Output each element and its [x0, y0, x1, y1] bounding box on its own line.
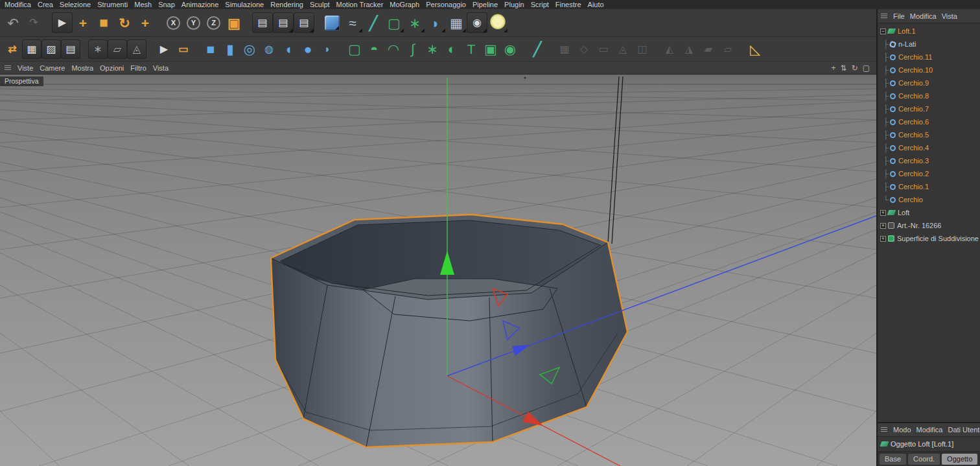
oil-tank-primitive-button[interactable]: ◗: [318, 40, 337, 59]
tree-row-loft-1[interactable]: −Loft.1: [878, 25, 980, 38]
render-settings-button[interactable]: ▤: [294, 12, 314, 33]
viewport-menu-filtro[interactable]: Filtro: [127, 64, 149, 73]
x-axis-lock-button[interactable]: X: [167, 16, 180, 30]
menu-modifica[interactable]: Modifica: [1, 0, 34, 9]
sweep-generator-button[interactable]: ◠: [384, 40, 403, 59]
menu-pipeline[interactable]: Pipeline: [469, 0, 501, 9]
add-cube-primitive-button[interactable]: [325, 16, 340, 30]
tree-row-cerchio-9[interactable]: ├Cerchio.9: [878, 76, 980, 89]
edges-mode-button[interactable]: ▱: [108, 40, 127, 59]
text-object-button[interactable]: T: [461, 40, 481, 59]
add-spline-pen-button[interactable]: ≈: [342, 12, 363, 33]
tab-coord[interactable]: Coord.: [908, 454, 940, 465]
attribute-menu-modo[interactable]: Modo: [891, 425, 914, 434]
metaball-object-button[interactable]: ◉: [500, 40, 520, 59]
tree-row-n-lati[interactable]: ├n-Lati: [878, 38, 980, 51]
cylinder-primitive-button[interactable]: ▮: [220, 40, 240, 59]
expand-toggle[interactable]: −: [880, 29, 886, 34]
boole-object-button[interactable]: ◐: [442, 40, 461, 59]
snap-tool-4-button[interactable]: ▱: [718, 40, 738, 59]
lathe-generator-button[interactable]: ◓: [364, 40, 384, 59]
mesh-tool-3-button[interactable]: ▭: [594, 40, 613, 59]
sphere-primitive-button[interactable]: ●: [298, 40, 318, 59]
tree-row-cerchio-10[interactable]: ├Cerchio.10: [878, 64, 980, 76]
menu-motion-tracker[interactable]: Motion Tracker: [333, 0, 387, 9]
viewport-canvas[interactable]: [0, 75, 876, 466]
tree-row-art-nr-16266[interactable]: +Art.-Nr. 16266: [878, 219, 980, 232]
menu-strumenti[interactable]: Strumenti: [94, 0, 131, 9]
tree-row-cerchio[interactable]: └Cerchio: [878, 193, 980, 206]
points-mode-button[interactable]: ∗: [88, 40, 108, 59]
atom-array-button[interactable]: ∗: [423, 40, 442, 59]
expand-toggle[interactable]: +: [880, 210, 886, 216]
viewport-menu-grip-icon[interactable]: [5, 65, 11, 71]
snap-tool-1-button[interactable]: ◭: [660, 40, 679, 59]
tree-row-cerchio-3[interactable]: ├Cerchio.3: [878, 154, 980, 167]
object-manager-grip-icon[interactable]: [881, 14, 887, 19]
orbit-view-icon[interactable]: ↻: [852, 64, 858, 72]
expand-toggle[interactable]: +: [880, 236, 886, 242]
loft-object[interactable]: [271, 215, 627, 447]
menu-aiuto[interactable]: Aiuto: [585, 0, 607, 9]
tree-row-cerchio-2[interactable]: ├Cerchio.2: [878, 167, 980, 180]
scale-tool-button[interactable]: ◼: [93, 12, 114, 33]
add-deformer-button[interactable]: ◗: [425, 12, 446, 33]
tree-row-cerchio-4[interactable]: ├Cerchio.4: [878, 141, 980, 154]
tree-row-cerchio-11[interactable]: ├Cerchio.11: [878, 51, 980, 64]
menu-crea[interactable]: Crea: [34, 0, 56, 9]
tube-primitive-button[interactable]: ◎: [240, 40, 259, 59]
active-tool-move-button[interactable]: +: [135, 12, 156, 33]
mesh-tool-4-button[interactable]: ◬: [613, 40, 633, 59]
menu-snap[interactable]: Snap: [155, 0, 178, 9]
menu-animazione[interactable]: Animazione: [178, 0, 222, 9]
tree-row-cerchio-6[interactable]: ├Cerchio.6: [878, 115, 980, 128]
make-editable-button[interactable]: ⇄: [3, 40, 22, 59]
add-array-generator-button[interactable]: ∗: [404, 12, 425, 33]
tab-oggetto[interactable]: Oggetto: [942, 454, 977, 465]
attribute-manager-grip-icon[interactable]: [881, 427, 887, 432]
model-mode-button[interactable]: ▦: [22, 40, 41, 59]
undo-button[interactable]: ↶: [3, 12, 23, 33]
tree-row-cerchio-5[interactable]: ├Cerchio.5: [878, 128, 980, 141]
polygons-mode-button[interactable]: ◬: [127, 40, 146, 59]
attribute-menu-dati-utente[interactable]: Dati Utente: [946, 425, 980, 434]
viewport-menu-mostra[interactable]: Mostra: [68, 64, 97, 73]
instance-object-button[interactable]: ▣: [481, 40, 500, 59]
pan-view-icon[interactable]: +: [832, 64, 836, 72]
menu-rendering[interactable]: Rendering: [267, 0, 307, 9]
torus-primitive-button[interactable]: ◖: [279, 40, 298, 59]
cube-primitive-button[interactable]: ■: [201, 40, 220, 59]
mesh-tool-5-button[interactable]: ◫: [633, 40, 652, 59]
tree-row-cerchio-7[interactable]: ├Cerchio.7: [878, 102, 980, 115]
menu-script[interactable]: Script: [528, 0, 552, 9]
add-subdivision-surface-button[interactable]: ▢: [384, 12, 404, 33]
menu-finestre[interactable]: Finestre: [552, 0, 585, 9]
viewport-menu-viste[interactable]: Viste: [14, 64, 36, 73]
menu-simulazione[interactable]: Simulazione: [222, 0, 267, 9]
zoom-view-icon[interactable]: ⇅: [841, 64, 847, 72]
bezier-generator-button[interactable]: ∫: [403, 40, 423, 59]
menu-sculpt[interactable]: Sculpt: [307, 0, 333, 9]
tree-row-superficie-di-suddivisione[interactable]: +Superficie di Suddivisione: [878, 232, 980, 245]
menu-plugin[interactable]: Plugin: [501, 0, 528, 9]
spline-pen-2-button[interactable]: ╱: [528, 40, 547, 59]
attribute-menu-modifica[interactable]: Modifica: [914, 425, 946, 434]
rectangle-selection-button[interactable]: ▭: [174, 40, 193, 59]
add-camera-object-button[interactable]: ◉: [467, 12, 487, 33]
measure-tool-button[interactable]: ◺: [745, 40, 765, 59]
toggle-layout-icon[interactable]: ▢: [863, 64, 870, 72]
expand-toggle[interactable]: +: [880, 223, 886, 229]
loft-generator-button[interactable]: ▢: [345, 40, 364, 59]
menu-personaggio[interactable]: Personaggio: [423, 0, 469, 9]
live-selection-2-button[interactable]: ▶: [154, 40, 174, 59]
object-manager-menu-vista[interactable]: Vista: [939, 12, 960, 21]
viewport-view-label[interactable]: Prospettiva: [0, 76, 43, 86]
render-view-button[interactable]: ▤: [252, 12, 273, 33]
viewport-menu-camere[interactable]: Camere: [36, 64, 68, 73]
tree-row-cerchio-8[interactable]: ├Cerchio.8: [878, 89, 980, 102]
add-light-object-button[interactable]: [487, 12, 508, 33]
disc-primitive-button[interactable]: ◍: [259, 40, 279, 59]
live-selection-tool-button[interactable]: ▶: [52, 12, 73, 33]
menu-mesh[interactable]: Mesh: [131, 0, 155, 9]
snap-tool-2-button[interactable]: ◮: [679, 40, 699, 59]
